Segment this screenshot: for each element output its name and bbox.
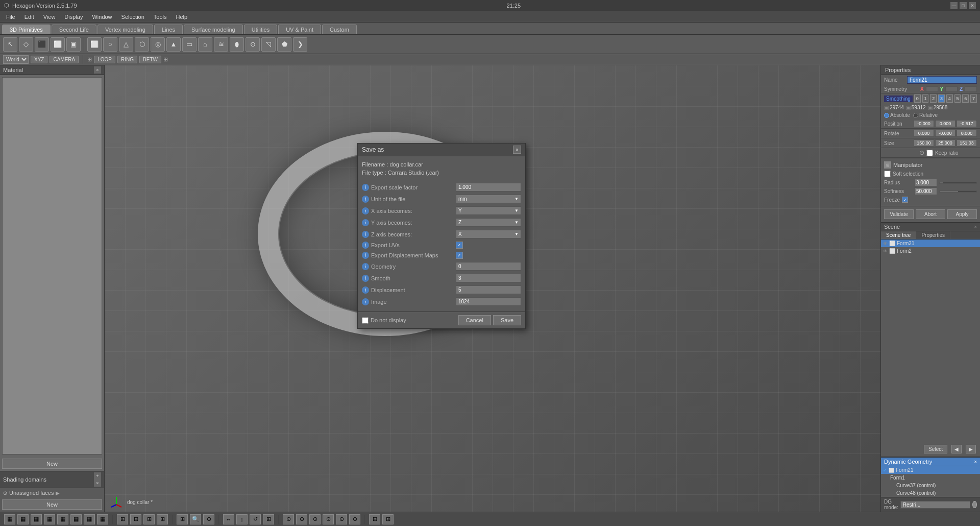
tool-sphere[interactable]: ○ bbox=[103, 37, 117, 52]
tab-vertex-modeling[interactable]: Vertex modeling bbox=[97, 25, 153, 34]
status-render-2[interactable]: ⊙ bbox=[296, 514, 307, 524]
shading-add-btn[interactable]: + bbox=[94, 472, 101, 480]
name-input[interactable] bbox=[907, 76, 977, 84]
apply-button[interactable]: Apply bbox=[947, 209, 977, 219]
status-render-5[interactable]: ⊙ bbox=[336, 514, 347, 524]
xyz-btn[interactable]: XYZ bbox=[31, 56, 47, 63]
status-zoom-fit[interactable]: ⊞ bbox=[177, 514, 188, 524]
export-disp-checkbox[interactable]: ✓ bbox=[456, 252, 463, 259]
status-btn-3[interactable]: ▦ bbox=[31, 514, 42, 524]
relative-radio[interactable] bbox=[913, 113, 918, 118]
status-btn-8[interactable]: ▦ bbox=[97, 514, 108, 524]
status-view-btn-3[interactable]: ⊞ bbox=[143, 514, 155, 524]
displacement-input[interactable] bbox=[456, 285, 521, 294]
dynamic-close-icon[interactable]: × bbox=[974, 459, 977, 465]
rot-z-input[interactable] bbox=[957, 130, 977, 137]
image-input[interactable] bbox=[456, 297, 521, 306]
keep-ratio-checkbox[interactable] bbox=[926, 150, 933, 156]
ring-btn[interactable]: RING bbox=[117, 56, 137, 63]
menu-display[interactable]: Display bbox=[60, 13, 87, 21]
status-nav-3[interactable]: ↺ bbox=[250, 514, 261, 524]
sym-y-value[interactable] bbox=[945, 86, 958, 92]
tool-tube[interactable]: ⊙ bbox=[246, 37, 260, 52]
tool-hair[interactable]: ≋ bbox=[214, 37, 228, 52]
softness-input[interactable] bbox=[914, 187, 937, 195]
smooth-btn-5[interactable]: 5 bbox=[954, 94, 961, 103]
x-axis-select[interactable]: Y ▼ bbox=[456, 206, 521, 215]
soft-selection-checkbox[interactable] bbox=[884, 171, 891, 177]
smooth-btn-7[interactable]: 7 bbox=[970, 94, 977, 103]
tool-edge[interactable]: ⬛ bbox=[35, 37, 49, 52]
validate-button[interactable]: Validate bbox=[884, 209, 914, 219]
save-dialog-close-button[interactable]: × bbox=[513, 146, 521, 154]
dynamic-item-form21[interactable]: ✓ ⬜ Form21 bbox=[881, 466, 980, 474]
tool-select[interactable]: ↖ bbox=[3, 37, 17, 52]
radius-slider[interactable] bbox=[939, 182, 977, 184]
size-z-input[interactable] bbox=[957, 139, 977, 147]
radius-input[interactable] bbox=[914, 179, 937, 186]
loop-btn[interactable]: LOOP bbox=[94, 56, 115, 63]
tool-pyramid[interactable]: ▲ bbox=[166, 37, 181, 52]
tool-cone[interactable]: △ bbox=[119, 37, 133, 52]
smooth-btn-3[interactable]: 3 bbox=[938, 94, 945, 103]
status-btn-5[interactable]: ▦ bbox=[57, 514, 68, 524]
dg-mode-input[interactable] bbox=[900, 501, 970, 509]
absolute-option[interactable]: Absolute bbox=[884, 112, 910, 118]
status-view-btn-4[interactable]: ⊞ bbox=[157, 514, 168, 524]
status-extra-2[interactable]: ⊞ bbox=[382, 514, 394, 524]
status-view-btn-1[interactable]: ⊞ bbox=[117, 514, 128, 524]
status-btn-4[interactable]: ▦ bbox=[44, 514, 55, 524]
tool-face[interactable]: ⬜ bbox=[51, 37, 65, 52]
status-nav-4[interactable]: ⊞ bbox=[263, 514, 274, 524]
unit-select[interactable]: mm ▼ bbox=[456, 195, 521, 203]
scene-tab-tree[interactable]: Scene tree bbox=[881, 231, 916, 239]
sym-z-value[interactable] bbox=[965, 86, 977, 92]
dynamic-item-curve48[interactable]: Curve48 (control) bbox=[881, 489, 980, 497]
menu-tools[interactable]: Tools bbox=[150, 13, 171, 21]
scene-item-form2[interactable]: 👁 ⬜ Form2 bbox=[881, 247, 980, 255]
do-not-display-checkbox[interactable] bbox=[362, 317, 369, 324]
status-extra-1[interactable]: ⊞ bbox=[369, 514, 380, 524]
status-zoom-in[interactable]: 🔍 bbox=[190, 514, 201, 524]
menu-edit[interactable]: Edit bbox=[20, 13, 38, 21]
tool-cylinder[interactable]: ⬡ bbox=[135, 37, 149, 52]
tool-object[interactable]: ▣ bbox=[66, 37, 81, 52]
status-nav-2[interactable]: ↕ bbox=[236, 514, 248, 524]
scene-item-form21[interactable]: 👁 ⬜ Form21 bbox=[881, 240, 980, 247]
freeze-checkbox[interactable]: ✓ bbox=[902, 197, 908, 203]
tab-surface-modeling[interactable]: Surface modeling bbox=[184, 25, 243, 34]
smooth-input[interactable] bbox=[456, 274, 521, 282]
softness-slider[interactable] bbox=[939, 190, 977, 193]
smooth-btn-1[interactable]: 1 bbox=[922, 94, 929, 103]
smooth-btn-4[interactable]: 4 bbox=[946, 94, 953, 103]
pos-x-input[interactable] bbox=[914, 120, 934, 127]
abort-button[interactable]: Abort bbox=[916, 209, 945, 219]
size-y-input[interactable] bbox=[935, 139, 955, 147]
tool-extra2[interactable]: ❯ bbox=[293, 37, 307, 52]
status-zoom-out[interactable]: ⊙ bbox=[203, 514, 214, 524]
tool-cube[interactable]: ⬜ bbox=[87, 37, 102, 52]
absolute-radio[interactable] bbox=[884, 113, 889, 118]
geometry-input[interactable] bbox=[456, 262, 521, 271]
tool-vertex[interactable]: ◇ bbox=[19, 37, 33, 52]
tool-torus[interactable]: ◎ bbox=[151, 37, 165, 52]
status-render-3[interactable]: ⊙ bbox=[309, 514, 321, 524]
status-render-4[interactable]: ⊙ bbox=[323, 514, 334, 524]
scene-select-button[interactable]: Select bbox=[924, 445, 947, 453]
tab-second-life[interactable]: Second Life bbox=[52, 25, 96, 34]
menu-help[interactable]: Help bbox=[172, 13, 192, 21]
dynamic-item-form1[interactable]: Form1 bbox=[881, 474, 980, 482]
world-dropdown[interactable]: World bbox=[3, 55, 29, 64]
tab-custom[interactable]: Custom bbox=[322, 25, 357, 34]
tool-wedge[interactable]: ◹ bbox=[261, 37, 276, 52]
tab-utilities[interactable]: Utilities bbox=[244, 25, 277, 34]
size-x-input[interactable] bbox=[914, 139, 934, 147]
tool-terrain[interactable]: ⌂ bbox=[198, 37, 212, 52]
material-new-button[interactable]: New bbox=[2, 459, 102, 469]
scene-tab-properties[interactable]: Properties bbox=[916, 231, 950, 239]
menu-window[interactable]: Window bbox=[88, 13, 116, 21]
smooth-btn-2[interactable]: 2 bbox=[930, 94, 937, 103]
tool-extra1[interactable]: ⬟ bbox=[277, 37, 291, 52]
rot-y-input[interactable] bbox=[935, 130, 955, 137]
status-btn-7[interactable]: ▦ bbox=[84, 514, 95, 524]
